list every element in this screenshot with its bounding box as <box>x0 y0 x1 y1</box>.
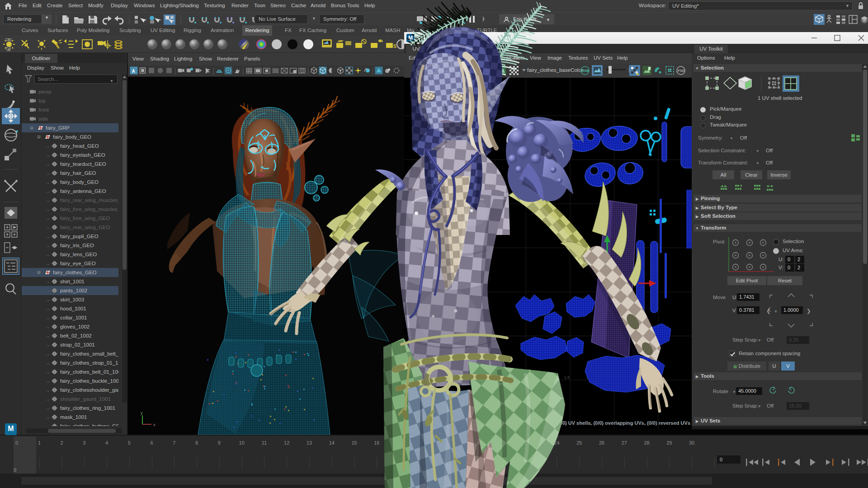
svg-text:y: y <box>141 411 143 415</box>
svg-text:x: x <box>153 422 156 427</box>
svg-text:A: A <box>132 69 135 74</box>
